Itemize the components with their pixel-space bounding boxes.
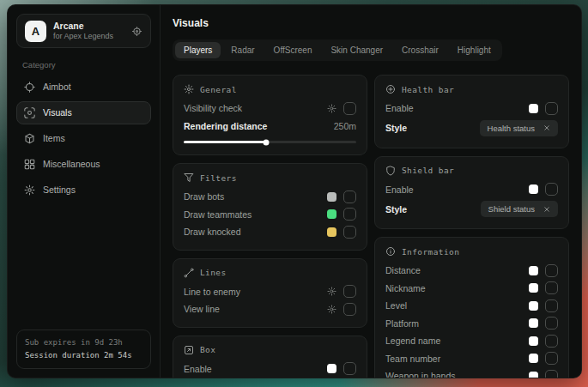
color-swatch[interactable] <box>327 364 336 373</box>
sub-expires-text: Sub expires in 9d 23h <box>25 336 142 349</box>
gear-icon[interactable] <box>327 287 336 296</box>
color-swatch[interactable] <box>529 301 538 311</box>
platform-checkbox[interactable] <box>545 317 558 330</box>
sidebar-item-miscellaneous[interactable]: Miscellaneous <box>16 153 151 176</box>
slider-thumb[interactable] <box>264 139 270 145</box>
draw-knocked-checkbox[interactable] <box>343 226 356 239</box>
setting-label: Visibility check <box>184 103 327 113</box>
card-title: Box <box>200 345 215 354</box>
rendering-distance-value: 250m <box>334 121 356 131</box>
gear-icon[interactable] <box>327 104 336 113</box>
sidebar-item-items[interactable]: Items <box>16 127 151 150</box>
card-health-bar: Health bar Enable Style Health status <box>374 75 569 148</box>
setting-row-rendering-distance: Rendering distance 250m <box>184 118 356 136</box>
legend-name-checkbox[interactable] <box>545 335 558 348</box>
health-style-select[interactable]: Health status <box>480 120 558 136</box>
color-swatch[interactable] <box>529 184 538 194</box>
setting-row-health-style: Style Health status <box>385 118 558 139</box>
category-label: Category <box>22 60 151 70</box>
card-title: Filters <box>200 173 237 183</box>
tab-highlight[interactable]: Highlight <box>449 42 500 58</box>
sidebar-nav: Aimbot Visuals Items Miscellaneous <box>16 74 151 203</box>
weapon-in-hands-checkbox[interactable] <box>545 370 558 378</box>
app-logo: A <box>25 21 46 42</box>
gear-icon[interactable] <box>327 305 336 314</box>
card-box: Box Enable Enable background <box>173 336 367 378</box>
selected-option: Health status <box>488 124 535 133</box>
rendering-distance-slider[interactable] <box>184 141 356 143</box>
tab-players[interactable]: Players <box>175 42 221 58</box>
view-line-checkbox[interactable] <box>343 303 356 316</box>
shield-enable-checkbox[interactable] <box>545 183 558 196</box>
close-icon[interactable] <box>543 124 550 131</box>
color-swatch[interactable] <box>529 336 538 346</box>
color-swatch[interactable] <box>529 372 538 378</box>
card-header: Information <box>385 246 558 257</box>
crosshair-icon <box>24 82 35 93</box>
settings-content: General Visibility check Rendering dista… <box>173 75 569 367</box>
tab-skin-changer[interactable]: Skin Changer <box>322 42 391 58</box>
setting-row-level: Level <box>385 297 558 315</box>
shield-style-select[interactable]: Shield status <box>481 201 558 217</box>
card-title: Health bar <box>402 85 454 94</box>
left-column: General Visibility check Rendering dista… <box>173 75 367 378</box>
app-header-card: A Arcane for Apex Legends <box>16 14 151 48</box>
card-header: Health bar <box>385 84 558 94</box>
setting-row-box-enable: Enable <box>184 360 356 378</box>
line-to-enemy-checkbox[interactable] <box>343 285 356 298</box>
nickname-checkbox[interactable] <box>545 281 558 294</box>
sidebar-item-visuals[interactable]: Visuals <box>16 101 151 124</box>
setting-row-visibility-check: Visibility check <box>184 100 356 118</box>
gear-icon[interactable] <box>131 26 142 37</box>
setting-label: Platform <box>385 318 529 329</box>
card-header: Box <box>184 345 356 355</box>
page-title: Visuals <box>173 17 569 29</box>
color-swatch[interactable] <box>529 318 538 328</box>
setting-row-health-enable: Enable <box>385 100 558 118</box>
app-name: Arcane <box>53 21 113 32</box>
card-title: General <box>200 85 237 94</box>
close-icon[interactable] <box>543 206 550 213</box>
color-swatch[interactable] <box>327 192 336 202</box>
setting-row-distance: Distance <box>385 262 558 280</box>
shield-icon <box>385 166 396 176</box>
color-swatch[interactable] <box>529 354 538 363</box>
color-swatch[interactable] <box>529 266 538 275</box>
card-header: Filters <box>184 172 356 183</box>
sidebar-item-label: Aimbot <box>43 82 71 92</box>
package-icon <box>24 133 35 144</box>
setting-label: Draw bots <box>184 191 327 202</box>
box-enable-checkbox[interactable] <box>343 362 356 375</box>
team-number-checkbox[interactable] <box>545 352 558 365</box>
card-information: Information Distance Nickname <box>374 237 569 378</box>
color-swatch[interactable] <box>327 227 336 237</box>
tab-radar[interactable]: Radar <box>222 42 263 58</box>
health-enable-checkbox[interactable] <box>545 102 558 115</box>
setting-row-draw-knocked: Draw knocked <box>184 223 356 241</box>
color-swatch[interactable] <box>529 104 538 113</box>
card-lines: Lines Line to enemy View line <box>173 258 367 328</box>
draw-bots-checkbox[interactable] <box>343 190 356 203</box>
distance-checkbox[interactable] <box>545 264 558 277</box>
plus-circle-icon <box>385 84 396 94</box>
card-general: General Visibility check Rendering dista… <box>173 75 367 155</box>
setting-label: Line to enemy <box>184 287 327 297</box>
setting-label: Weapon in hands <box>385 371 529 378</box>
tab-crosshair[interactable]: Crosshair <box>393 42 447 58</box>
sidebar-item-label: Visuals <box>43 107 72 118</box>
setting-row-shield-enable: Enable <box>385 181 558 199</box>
level-checkbox[interactable] <box>545 299 558 312</box>
sidebar-item-aimbot[interactable]: Aimbot <box>16 76 151 99</box>
card-title: Lines <box>200 268 227 277</box>
sidebar-item-settings[interactable]: Settings <box>16 178 151 202</box>
setting-row-team-number: Team number <box>385 350 558 368</box>
color-swatch[interactable] <box>529 283 538 293</box>
setting-label: Enable <box>385 184 529 195</box>
card-title: Information <box>402 247 459 257</box>
setting-row-draw-bots: Draw bots <box>184 188 356 206</box>
color-swatch[interactable] <box>327 209 336 219</box>
visibility-check-checkbox[interactable] <box>343 102 356 115</box>
tab-offscreen[interactable]: OffScreen <box>265 42 321 58</box>
selected-option: Shield status <box>488 204 535 214</box>
draw-teammates-checkbox[interactable] <box>343 208 356 221</box>
